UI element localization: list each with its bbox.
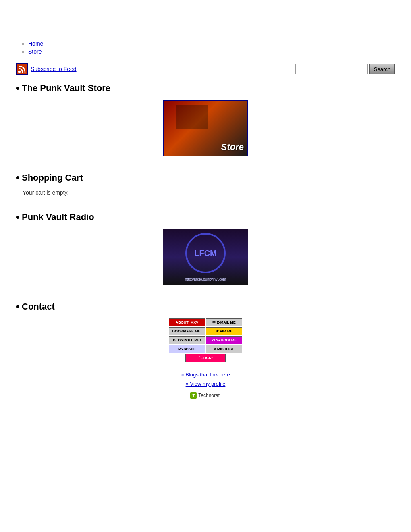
search-area: Search [295, 64, 395, 74]
blogroll-button[interactable]: BLOGROLL ME! [169, 336, 205, 344]
contact-heading: Contact [16, 301, 395, 312]
wishlist-button[interactable]: a MISHLIST [206, 345, 242, 353]
cart-section: Shopping Cart Your cart is empty. [16, 172, 395, 196]
bookmark-button[interactable]: BOOKMARK ME! [169, 327, 205, 335]
technorati-links: » Blogs that link here » View my profile [16, 370, 395, 389]
store-image-label: Store [221, 142, 244, 152]
aim-button[interactable]: ★ AIM ME [206, 327, 242, 335]
store-image: Store [163, 100, 248, 156]
contact-section: Contact ABOUT MXV ✉ E-MAIL ME BOOKMARK M… [16, 301, 395, 399]
myspace-button[interactable]: MYSPACE [169, 345, 205, 353]
store-section: The Punk Vault Store Store [16, 83, 395, 156]
store-link[interactable]: Store [28, 48, 42, 55]
flickr-button[interactable]: f FLICK• [185, 354, 226, 362]
radio-bullet [16, 216, 19, 219]
contact-row-5: f FLICK• [185, 354, 226, 362]
email-button[interactable]: ✉ E-MAIL ME [206, 318, 242, 326]
profile-link[interactable]: » View my profile [16, 379, 395, 389]
cart-empty-text: Your cart is empty. [23, 189, 395, 196]
cart-bullet [16, 176, 19, 179]
svg-point-0 [18, 71, 21, 73]
home-link[interactable]: Home [28, 40, 43, 47]
nav-item-store[interactable]: Store [28, 48, 395, 55]
radio-section: Punk Vault Radio LFCM http://radio.punkv… [16, 212, 395, 285]
header-row: Subscribe to Feed Search [16, 63, 395, 75]
technorati-logo: T Technorati [16, 392, 395, 399]
turntable-graphic [176, 105, 208, 129]
yahoo-button[interactable]: Y! YAHOO! ME [206, 336, 242, 344]
technorati-icon: T [190, 392, 197, 399]
top-navigation: Home Store [16, 40, 395, 55]
search-input[interactable] [295, 64, 368, 74]
rss-icon [16, 63, 28, 75]
store-bullet [16, 87, 19, 90]
radio-heading: Punk Vault Radio [16, 212, 395, 222]
contact-row-4: MYSPACE a MISHLIST [169, 345, 242, 353]
contact-row-1: ABOUT MXV ✉ E-MAIL ME [169, 318, 242, 326]
store-heading: The Punk Vault Store [16, 83, 395, 94]
nav-item-home[interactable]: Home [28, 40, 395, 47]
technorati-section: » Blogs that link here » View my profile… [16, 370, 395, 399]
search-button[interactable]: Search [369, 64, 395, 74]
store-image-link[interactable]: Store [16, 100, 395, 156]
contact-row-2: BOOKMARK ME! ★ AIM ME [169, 327, 242, 335]
cart-heading: Shopping Cart [16, 172, 395, 183]
about-button[interactable]: ABOUT MXV [169, 318, 205, 326]
radio-image: LFCM http://radio.punkvinyl.com [163, 229, 248, 285]
radio-url: http://radio.punkvinyl.com [163, 277, 248, 281]
contact-buttons: ABOUT MXV ✉ E-MAIL ME BOOKMARK ME! ★ AIM… [155, 318, 256, 362]
subscribe-feed-link[interactable]: Subscribe to Feed [16, 63, 77, 75]
feed-label: Subscribe to Feed [31, 66, 77, 72]
technorati-label: Technorati [198, 393, 220, 398]
contact-row-3: BLOGROLL ME! Y! YAHOO! ME [169, 336, 242, 344]
lfcm-label: LFCM [194, 249, 217, 258]
radio-circle: LFCM [185, 233, 226, 273]
radio-image-link[interactable]: LFCM http://radio.punkvinyl.com [16, 229, 395, 285]
blogs-link[interactable]: » Blogs that link here [16, 370, 395, 379]
contact-bullet [16, 305, 19, 308]
